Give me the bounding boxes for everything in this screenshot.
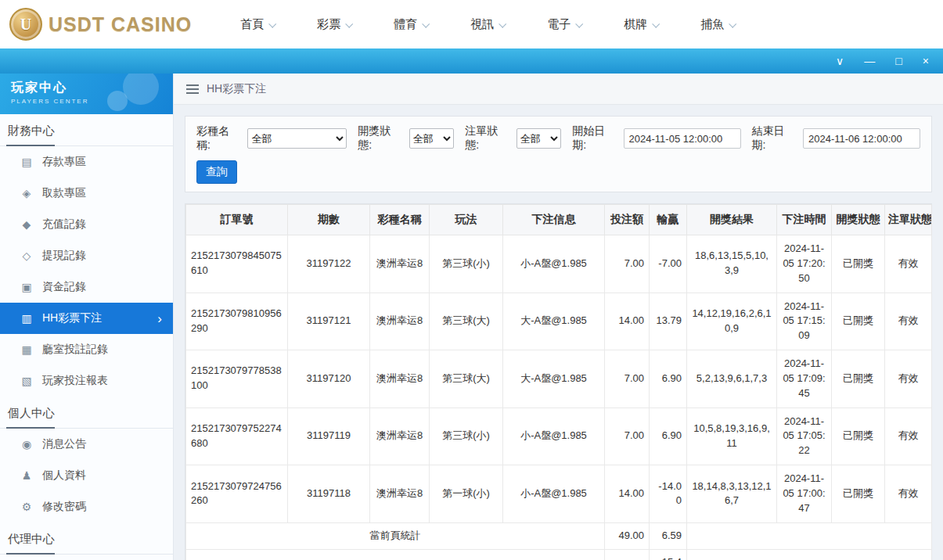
column-header: 下注信息 [503, 205, 605, 235]
page-summary-row: 當前頁統計49.006.59 [186, 522, 932, 549]
nav-item-1[interactable]: 首頁 [240, 17, 275, 32]
main-content: HH彩票下注 彩種名稱: 全部 開獎狀態: 全部 注單狀態: [174, 74, 943, 560]
grand-summary-label: 總統計 [186, 549, 605, 560]
order-status-label: 注單狀態: [465, 124, 511, 153]
sidebar-item-recharge-record[interactable]: ◆充值記錄 [0, 209, 173, 240]
nav-item-7[interactable]: 捕魚 [700, 17, 735, 32]
chevron-down-icon [268, 20, 276, 27]
page-summary-empty-cell [687, 522, 932, 549]
search-button[interactable]: 查詢 [196, 160, 237, 184]
column-header: 下注時間 [777, 205, 832, 235]
column-header: 期數 [288, 205, 370, 235]
menu-toggle-icon[interactable] [186, 84, 199, 94]
end-date-input[interactable] [803, 128, 920, 149]
sidebar-item-hall-bet-record[interactable]: ▦廳室投註記錄 [0, 334, 173, 365]
table-cell: 2152173079724756260 [186, 465, 288, 523]
sidebar-section-title: 代理中心 [0, 522, 173, 555]
nav-item-label: 捕魚 [700, 17, 724, 32]
sidebar-item-label: 消息公告 [42, 437, 86, 451]
table-cell: 2024-11-05 17:09:45 [777, 350, 832, 408]
table-cell: 大-A盤@1.985 [503, 293, 605, 350]
bell-icon: ◉ [20, 438, 33, 451]
sidebar-item-bell[interactable]: ◉消息公告 [0, 429, 173, 460]
lottery-type-select[interactable]: 全部 [247, 128, 347, 149]
table-cell: 2024-11-05 17:05:22 [777, 407, 832, 465]
sidebar-item-label: 修改密碼 [42, 500, 86, 514]
sidebar-item-player-report[interactable]: ▧玩家投注報表 [0, 365, 173, 397]
page-title: HH彩票下注 [207, 82, 266, 96]
table-cell: 有效 [885, 350, 932, 408]
table-cell: 13.79 [650, 293, 687, 350]
content-area: 彩種名稱: 全部 開獎狀態: 全部 注單狀態: 全部 開始日期: [174, 105, 943, 560]
nav-item-5[interactable]: 電子 [547, 17, 581, 32]
page-summary-label: 當前頁統計 [186, 522, 605, 549]
table-cell: -7.00 [650, 235, 687, 293]
column-header: 玩法 [430, 205, 503, 235]
deposit-card-icon: ▤ [20, 156, 33, 168]
chevron-down-icon [345, 20, 353, 27]
sidebar-sections: 財務中心▤存款專區◈取款專區◆充值記錄◇提現記錄▣資金記錄▥HH彩票下注›▦廳室… [0, 114, 173, 555]
sidebar-section-title: 個人中心 [0, 397, 173, 429]
table-cell: 6.90 [650, 407, 687, 465]
funds-record-icon: ▣ [20, 281, 33, 293]
table-cell: 2024-11-05 17:00:47 [777, 465, 832, 523]
app-window: U USDT CASINO 首頁彩票體育視訊電子棋牌捕魚 ∨ — □ × 玩家中… [0, 0, 943, 560]
start-date-input[interactable] [624, 128, 741, 149]
bets-table-panel: 訂單號期數彩種名稱玩法下注信息投注額輸贏開獎結果下注時間開獎狀態注單狀態2152… [185, 203, 932, 560]
sidebar-item-label: 提現記錄 [42, 249, 86, 263]
table-cell: 已開獎 [832, 293, 885, 350]
maximize-icon[interactable]: □ [895, 56, 902, 66]
table-cell: 31197122 [288, 235, 370, 293]
nav-item-label: 視訊 [470, 17, 494, 32]
sidebar-item-gear[interactable]: ⚙修改密碼 [0, 491, 173, 522]
player-report-icon: ▧ [20, 375, 33, 387]
sidebar-item-deposit-card[interactable]: ▤存款專區 [0, 146, 173, 178]
collapse-icon[interactable]: ∨ [836, 56, 844, 66]
sidebar-item-funds-record[interactable]: ▣資金記錄 [0, 271, 173, 303]
table-cell: 小-A盤@1.985 [503, 235, 605, 293]
table-cell: 18,14,8,3,13,12,16,7 [687, 465, 777, 523]
column-header: 輸贏 [650, 205, 687, 235]
chevron-down-icon [498, 20, 506, 27]
sidebar-item-withdraw[interactable]: ◈取款專區 [0, 178, 173, 209]
table-cell: 5,2,13,9,6,1,7,3 [687, 350, 777, 408]
table-cell: 有效 [885, 293, 932, 350]
nav-item-label: 電子 [547, 17, 570, 32]
table-cell: 第三球(大) [430, 293, 503, 350]
nav-item-3[interactable]: 體育 [394, 17, 428, 32]
chevron-down-icon [652, 20, 660, 27]
brand-name: USDT CASINO [49, 13, 192, 36]
bets-table: 訂單號期數彩種名稱玩法下注信息投注額輸贏開獎結果下注時間開獎狀態注單狀態2152… [185, 204, 932, 560]
table-cell: 31197121 [288, 293, 370, 350]
nav-item-6[interactable]: 棋牌 [624, 17, 658, 32]
sidebar-item-label: 個人資料 [42, 468, 86, 483]
grand-summary-bet-total: 214.00 [605, 549, 650, 560]
table-cell: 31197120 [288, 350, 370, 408]
players-center-title: 玩家中心 [11, 80, 173, 96]
sidebar-item-label: 充值記錄 [42, 217, 86, 232]
cashout-record-icon: ◇ [20, 249, 33, 262]
draw-status-select[interactable]: 全部 [409, 128, 455, 149]
nav-item-label: 首頁 [240, 17, 264, 32]
close-icon[interactable]: × [923, 56, 929, 66]
filter-panel: 彩種名稱: 全部 開獎狀態: 全部 注單狀態: 全部 開始日期: [185, 116, 932, 192]
table-header-row: 訂單號期數彩種名稱玩法下注信息投注額輸贏開獎結果下注時間開獎狀態注單狀態 [186, 205, 932, 235]
brand-logo[interactable]: U USDT CASINO [9, 8, 192, 41]
sidebar-item-lottery-bet[interactable]: ▥HH彩票下注› [0, 303, 173, 334]
main-nav: 首頁彩票體育視訊電子棋牌捕魚 [240, 17, 735, 32]
sidebar-item-user[interactable]: ♟個人資料 [0, 460, 173, 491]
nav-item-2[interactable]: 彩票 [317, 17, 351, 32]
filter-row: 彩種名稱: 全部 開獎狀態: 全部 注單狀態: 全部 開始日期: [196, 124, 920, 153]
table-cell: 2152173079752274680 [186, 407, 288, 465]
table-cell: 已開獎 [832, 407, 885, 465]
nav-item-label: 彩票 [317, 17, 340, 32]
order-status-select[interactable]: 全部 [516, 128, 562, 149]
table-cell: 2024-11-05 17:20:50 [777, 235, 832, 293]
table-cell: 已開獎 [832, 465, 885, 523]
sidebar-item-cashout-record[interactable]: ◇提現記錄 [0, 240, 173, 271]
minimize-icon[interactable]: — [864, 56, 875, 66]
chevron-right-icon: › [157, 312, 162, 325]
nav-item-4[interactable]: 視訊 [470, 17, 505, 32]
chevron-down-icon [729, 20, 736, 27]
page-summary-win-loss: 6.59 [650, 522, 687, 549]
